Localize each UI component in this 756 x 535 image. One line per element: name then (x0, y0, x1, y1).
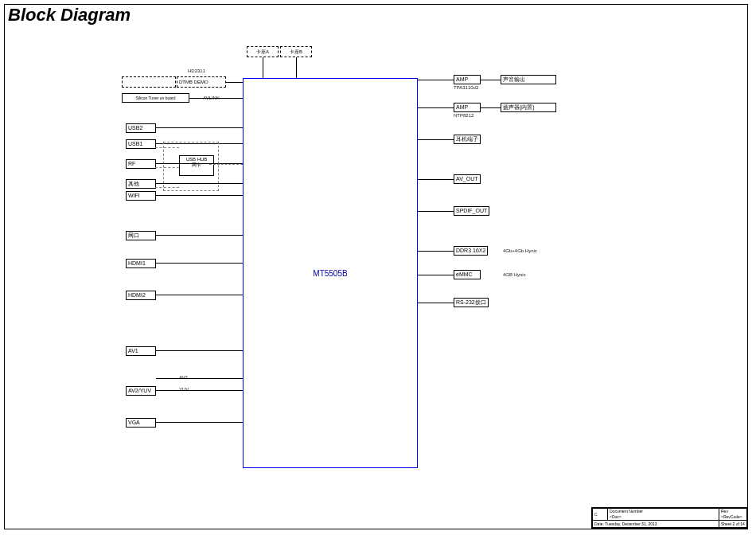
dtmb-label: DTMB DEMO (179, 80, 208, 85)
tuner-box: Silicon Tuner on board (122, 93, 189, 103)
right-hpout-box: 耳机端子 (454, 135, 481, 144)
dash-hub-chip (209, 164, 243, 165)
right-amp1-box: AMP (454, 75, 481, 84)
dash-usb1-hub (155, 147, 179, 148)
right-amp2-sub: NTP8212 (454, 113, 473, 119)
wire-demod-to-chip (226, 82, 243, 83)
main-chip: MT5505B (243, 78, 418, 468)
tb-docnum-label: Document Number (610, 509, 643, 514)
wire-topbox-1 (296, 57, 297, 78)
wire-right-hpout (418, 139, 454, 140)
left-hdmi2-box: HDMI2 (126, 291, 156, 300)
right-rs232-box: RS-232接口 (454, 298, 489, 307)
dtmb-demo-box: DTMB DEMO (177, 76, 226, 88)
dash-other-hub (155, 187, 179, 188)
right-ddr3-trail: 4Gb+4Gb Hynix (503, 248, 537, 254)
wire-right-amp1-2 (481, 80, 501, 80)
main-chip-label: MT5505B (313, 269, 347, 278)
right-spdif-box: SPDIF_OUT (454, 206, 489, 216)
top-dashed-box-0: 卡座A (247, 46, 279, 57)
dashed-box-unknown1 (122, 76, 176, 88)
wire-right-emmc (418, 275, 454, 275)
wire-left-usb2 (156, 127, 243, 128)
hd2311-label: HD2311 (188, 68, 205, 74)
tb-rev: <RevCode> (721, 514, 742, 519)
wire-right-amp2-2 (481, 107, 501, 108)
wire-right-spdif (418, 211, 454, 212)
title-block: C Document Number <Doc> Rev <RevCode> Da… (591, 507, 748, 529)
tb-sheet: 2 of 14 (732, 521, 744, 526)
left-wifi-box: WIFI (126, 191, 156, 201)
tb-docnum: <Doc> (610, 514, 622, 519)
wire-left-nand (156, 235, 243, 236)
tb-date-label: Date: (594, 521, 604, 526)
tb-date: Tuesday, December 31, 2013 (605, 521, 657, 526)
wire-right-ddr3 (418, 251, 454, 252)
top-dashed-box-1: 卡座B (280, 46, 312, 57)
wire-topbox-0 (263, 57, 263, 78)
left-hdmi1-box: HDMI1 (126, 259, 156, 268)
left-av2yuv-box: AV2/YUV (126, 386, 156, 396)
wire-right-amp2 (418, 107, 454, 108)
right-emmc-box: eMMC (454, 270, 481, 279)
wire-left-hdmi2 (156, 295, 243, 295)
right-amp1-sub: TPA3110d2 (454, 85, 478, 91)
left-rf-box: RF (126, 159, 156, 169)
page-title: Block Diagram (8, 5, 131, 25)
left-usb2-box: USB2 (126, 123, 156, 133)
tuner-label: Silicon Tuner on board (135, 95, 175, 101)
usb-hub-label: USB HUB 网卡 (186, 157, 208, 167)
dash-rf-hub (155, 167, 179, 168)
tb-size: C (593, 509, 608, 521)
usb-hub-box: USB HUB 网卡 (179, 155, 214, 176)
right-amp2-extra-box: 扬声器(内置) (501, 103, 556, 112)
left-nand-box: 网口 (126, 231, 156, 240)
tb-rev-label: Rev (721, 509, 728, 514)
wire-left-wifi (156, 195, 243, 196)
wire-right-avout (418, 179, 454, 180)
wire-left-vga (156, 422, 243, 423)
wire-tuner-to-chip (189, 98, 243, 99)
left-vga-box: VGA (126, 418, 156, 428)
right-emmc-trail: 4GB Hynix (503, 272, 526, 278)
wire-right-amp1 (418, 80, 454, 80)
wire-left-hdmi1 (156, 263, 243, 264)
wire-left-av1 (156, 350, 243, 351)
left-av1-box: AV1 (126, 346, 156, 356)
left-other-box: 其他 (126, 179, 156, 189)
wire-av2-sub-0 (156, 378, 243, 379)
wire-av2-sub-1 (156, 390, 243, 391)
right-avout-box: AV_OUT (454, 174, 481, 184)
right-ddr3-box: DDR3 16X2 (454, 246, 488, 256)
tb-sheet-label: Sheet (721, 521, 731, 526)
right-amp1-extra-box: 声音输出 (501, 75, 556, 84)
left-usb1-box: USB1 (126, 139, 156, 149)
wire-right-rs232 (418, 303, 454, 303)
right-amp2-box: AMP (454, 103, 481, 112)
